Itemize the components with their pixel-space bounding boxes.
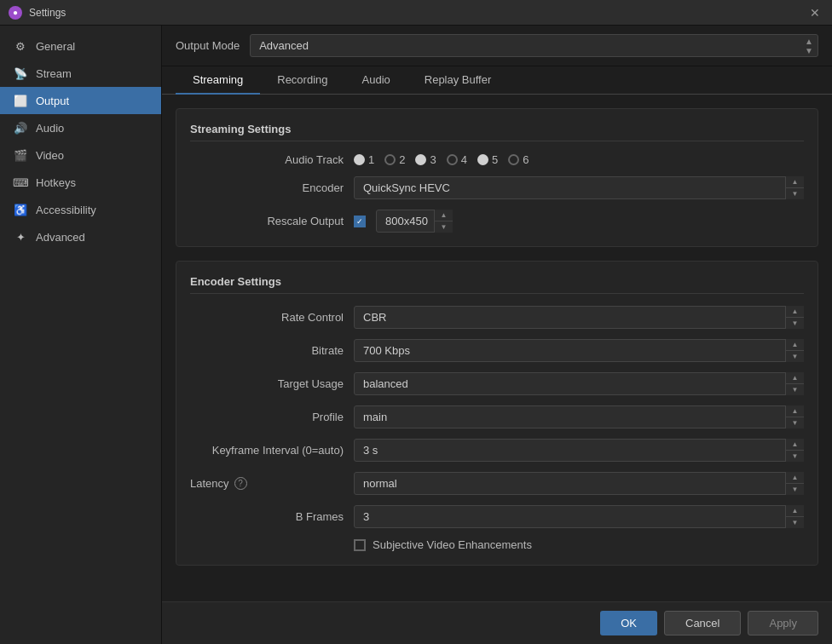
tabs-bar: Streaming Recording Audio Replay Buffer [162,66,832,95]
target-usage-row: Target Usage balanced ▲ ▼ [190,372,804,395]
rate-control-up[interactable]: ▲ [786,306,804,318]
rate-control-spin: ▲ ▼ [785,306,804,329]
keyframe-up[interactable]: ▲ [786,439,804,451]
tab-replay-buffer[interactable]: Replay Buffer [407,66,509,95]
rescale-row: Rescale Output 800x450 ▲ ▼ [190,210,804,233]
rescale-controls: 800x450 ▲ ▼ [354,210,453,233]
hotkeys-icon: ⌨ [14,175,27,189]
rescale-up[interactable]: ▲ [435,210,453,221]
bframes-wrapper: ▲ ▼ [354,505,804,528]
streaming-settings-header: Streaming Settings [190,123,804,141]
encoder-select[interactable]: QuickSync HEVC [354,176,804,199]
tab-streaming[interactable]: Streaming [176,66,260,95]
rescale-down[interactable]: ▼ [435,221,453,233]
track-6-radio[interactable] [508,154,519,165]
app-icon: ● [9,6,22,20]
bframes-up[interactable]: ▲ [786,505,804,517]
sidebar-label-output: Output [36,95,69,107]
target-usage-up[interactable]: ▲ [786,372,804,384]
bitrate-input[interactable] [354,339,804,362]
track-4-label: 4 [461,153,467,166]
encoder-down[interactable]: ▼ [786,188,804,199]
sidebar-item-output[interactable]: ⬜ Output [0,87,161,114]
track-3: 3 [415,153,436,166]
target-usage-down[interactable]: ▼ [786,384,804,395]
gear-icon: ⚙ [14,39,27,53]
bframes-input[interactable] [354,505,804,528]
sidebar-item-hotkeys[interactable]: ⌨ Hotkeys [0,169,161,196]
profile-up[interactable]: ▲ [786,405,804,417]
footer: OK Cancel Apply [162,601,832,644]
audio-icon: 🔊 [14,121,27,135]
keyframe-input[interactable] [354,439,804,462]
subjective-checkbox[interactable] [354,539,366,551]
track-6: 6 [508,153,529,166]
track-2-radio[interactable] [384,154,396,165]
tab-audio[interactable]: Audio [345,66,407,95]
sidebar-item-accessibility[interactable]: ♿ Accessibility [0,196,161,223]
sidebar-label-hotkeys: Hotkeys [36,176,76,189]
title-bar: ● Settings ✕ [0,0,832,26]
output-mode-select[interactable]: Advanced Simple [250,34,818,57]
rate-control-select[interactable]: CBR [354,306,804,329]
target-usage-label: Target Usage [190,377,344,390]
sidebar-item-video[interactable]: 🎬 Video [0,141,161,169]
bframes-down[interactable]: ▼ [786,517,804,528]
track-3-radio[interactable] [415,154,426,165]
sidebar-label-general: General [36,40,75,53]
profile-spin: ▲ ▼ [785,405,804,428]
sidebar-label-video: Video [36,149,64,162]
main-layout: ⚙ General 📡 Stream ⬜ Output 🔊 Audio 🎬 Vi… [0,26,832,644]
latency-up[interactable]: ▲ [786,472,804,484]
bitrate-label: Bitrate [190,344,344,357]
track-2: 2 [384,153,405,166]
bitrate-spin: ▲ ▼ [785,339,804,362]
encoder-label: Encoder [190,181,344,194]
rate-control-row: Rate Control CBR ▲ ▼ [190,306,804,329]
content-area: Output Mode Advanced Simple ▲▼ Streaming… [162,26,832,644]
latency-select[interactable]: normal [354,472,804,495]
subjective-checkbox-wrapper: Subjective Video Enhancements [354,538,532,551]
close-button[interactable]: ✕ [806,4,823,21]
profile-wrapper: main ▲ ▼ [354,405,804,428]
sidebar-item-advanced[interactable]: ✦ Advanced [0,223,161,250]
target-usage-select[interactable]: balanced [354,372,804,395]
rescale-checkbox[interactable] [354,216,366,227]
cancel-button[interactable]: Cancel [664,611,741,635]
streaming-settings-section: Streaming Settings Audio Track 1 2 [176,108,818,247]
sidebar-item-general[interactable]: ⚙ General [0,32,161,60]
track-1-radio[interactable] [354,154,365,165]
sidebar-item-audio[interactable]: 🔊 Audio [0,114,161,141]
bitrate-down[interactable]: ▼ [786,351,804,362]
track-2-label: 2 [399,153,405,166]
track-4-radio[interactable] [447,154,458,165]
ok-button[interactable]: OK [600,611,657,635]
advanced-icon: ✦ [14,230,27,244]
bitrate-up[interactable]: ▲ [786,339,804,351]
encoder-row: Encoder QuickSync HEVC ▲ ▼ [190,176,804,199]
sidebar-label-stream: Stream [36,67,72,80]
keyframe-wrapper: ▲ ▼ [354,439,804,462]
tab-recording[interactable]: Recording [260,66,344,95]
profile-select[interactable]: main [354,405,804,428]
apply-button[interactable]: Apply [748,611,818,635]
sidebar-label-accessibility: Accessibility [36,204,96,216]
keyframe-down[interactable]: ▼ [786,451,804,462]
keyframe-label: Keyframe Interval (0=auto) [190,444,344,457]
track-5-radio[interactable] [477,154,488,165]
latency-down[interactable]: ▼ [786,484,804,495]
latency-label: Latency [190,477,229,490]
output-mode-select-wrapper: Advanced Simple ▲▼ [250,34,818,57]
subjective-label: Subjective Video Enhancements [373,538,532,551]
audio-track-row: Audio Track 1 2 3 [190,153,804,166]
latency-info-icon[interactable]: ? [234,477,247,490]
profile-down[interactable]: ▼ [786,417,804,428]
rate-control-down[interactable]: ▼ [786,318,804,329]
accessibility-icon: ♿ [14,203,27,216]
encoder-spin: ▲ ▼ [785,176,804,199]
encoder-up[interactable]: ▲ [786,176,804,188]
keyframe-row: Keyframe Interval (0=auto) ▲ ▼ [190,439,804,462]
bframes-label: B Frames [190,510,344,523]
rescale-spin: ▲ ▼ [434,210,453,233]
sidebar-item-stream[interactable]: 📡 Stream [0,60,161,87]
